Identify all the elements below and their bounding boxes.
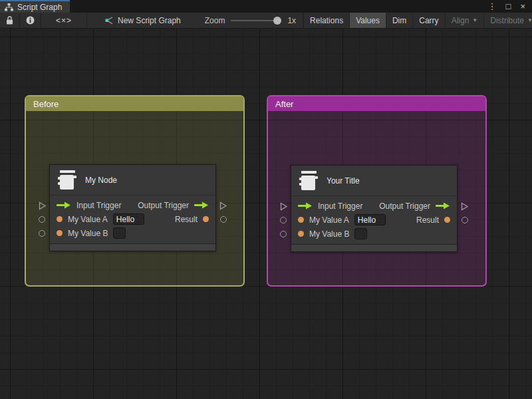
node-title: Your Title — [327, 176, 360, 186]
value-port-icon[interactable] — [298, 217, 304, 223]
value-input-port-b[interactable] — [39, 230, 45, 237]
value-b-input[interactable] — [113, 227, 126, 239]
trigger-input-port[interactable] — [279, 202, 288, 211]
trigger-out-icon[interactable] — [194, 201, 209, 209]
node-title: My Node — [85, 176, 117, 185]
graph-hierarchy-icon — [5, 3, 13, 11]
port-label: Output Trigger — [138, 201, 189, 210]
node-your-title[interactable]: Your Title Input Trigger Output Trigger — [291, 165, 458, 252]
value-input-port-b[interactable] — [280, 231, 287, 237]
zoom-value: 1x — [287, 16, 296, 25]
align-dropdown[interactable]: Align ▼ — [445, 13, 484, 28]
zoom-slider-handle[interactable] — [273, 17, 281, 25]
toolbar-right-group: Relations Values Dim Carry Align ▼ Distr… — [303, 13, 532, 28]
trigger-output-port[interactable] — [460, 202, 469, 211]
node-body: Input Trigger Output Trigger My Value A — [50, 196, 215, 243]
node-footer — [291, 244, 457, 251]
node-my-node[interactable]: My Node Input Trigger Output Trigger — [49, 164, 216, 251]
port-label: My Value A — [309, 215, 349, 225]
group-label: After — [275, 99, 293, 109]
port-label: My Value B — [309, 229, 349, 239]
maximize-icon[interactable]: □ — [506, 2, 511, 11]
trigger-in-icon[interactable] — [57, 201, 71, 209]
value-a-input[interactable] — [354, 214, 386, 225]
node-header[interactable]: My Node — [50, 165, 215, 196]
value-output-port-result[interactable] — [462, 217, 468, 223]
group-label: Before — [33, 99, 59, 109]
port-row-trigger: Input Trigger Output Trigger — [50, 198, 215, 212]
tab-title: Script Graph — [17, 3, 62, 12]
value-b-input[interactable] — [354, 228, 367, 239]
code-view-button[interactable]: <×> — [41, 13, 87, 28]
tabbar-spacer — [70, 0, 481, 13]
port-label: My Value B — [68, 229, 108, 238]
group-before-header[interactable]: Before — [26, 96, 243, 111]
value-output-port-result[interactable] — [220, 216, 227, 223]
node-footer — [50, 243, 215, 251]
value-port-icon[interactable] — [298, 231, 304, 237]
port-row-value-b: My Value B — [50, 226, 215, 240]
script-graph-window: Script Graph ⋮ □ × <×> — [0, 0, 532, 399]
chevron-down-icon: ▼ — [527, 17, 532, 23]
port-label: My Value A — [68, 215, 108, 224]
port-label: Result — [175, 215, 198, 224]
port-row-value-b: My Value B — [291, 227, 457, 241]
node-header[interactable]: Your Title — [291, 166, 457, 196]
port-label: Input Trigger — [76, 201, 121, 210]
script-unit-icon — [59, 170, 76, 190]
value-port-icon[interactable] — [57, 230, 63, 236]
code-icon: <×> — [56, 16, 72, 25]
port-row-value-a: My Value A Result — [291, 213, 457, 227]
distribute-dropdown[interactable]: Distribute ▼ — [483, 13, 532, 28]
carry-button[interactable]: Carry — [412, 13, 444, 28]
close-icon[interactable]: × — [520, 2, 525, 11]
value-port-icon[interactable] — [203, 216, 209, 222]
trigger-output-port[interactable] — [219, 201, 227, 210]
zoom-control: Zoom 1x — [198, 13, 303, 28]
value-input-port-a[interactable] — [39, 216, 45, 223]
port-row-value-a: My Value A Result — [50, 212, 215, 226]
kebab-menu-icon[interactable]: ⋮ — [488, 2, 497, 11]
script-unit-icon — [300, 171, 318, 190]
lock-button[interactable] — [0, 13, 20, 28]
values-button[interactable]: Values — [349, 13, 386, 28]
port-label: Input Trigger — [318, 201, 362, 211]
script-graph-asset-icon — [104, 16, 114, 25]
trigger-input-port[interactable] — [38, 201, 47, 210]
lock-icon — [6, 16, 13, 25]
node-body: Input Trigger Output Trigger My Value A — [291, 196, 457, 244]
trigger-in-icon[interactable] — [298, 202, 313, 209]
zoom-slider[interactable] — [231, 16, 281, 25]
value-port-icon[interactable] — [57, 216, 63, 222]
graph-name-display[interactable]: New Script Graph — [96, 13, 189, 28]
tab-script-graph[interactable]: Script Graph — [0, 0, 70, 13]
window-controls: ⋮ □ × — [481, 0, 532, 13]
trigger-out-icon[interactable] — [436, 202, 450, 209]
graph-canvas[interactable]: Before After My Node — [0, 29, 532, 399]
port-row-trigger: Input Trigger Output Trigger — [291, 199, 457, 213]
group-after-header[interactable]: After — [268, 96, 485, 111]
tab-bar: Script Graph ⋮ □ × — [0, 0, 532, 13]
port-label: Output Trigger — [379, 201, 430, 211]
port-label: Result — [416, 215, 439, 225]
graph-toolbar: <×> New Script Graph Zoom 1x Relations V… — [0, 13, 532, 29]
value-port-icon[interactable] — [444, 217, 450, 223]
value-input-port-a[interactable] — [280, 217, 287, 223]
value-a-input[interactable] — [113, 213, 144, 225]
info-button[interactable] — [20, 13, 41, 28]
dim-button[interactable]: Dim — [386, 13, 412, 28]
zoom-label: Zoom — [205, 16, 225, 25]
relations-button[interactable]: Relations — [303, 13, 349, 28]
info-icon — [26, 16, 35, 25]
graph-name-label: New Script Graph — [118, 16, 181, 25]
chevron-down-icon: ▼ — [472, 17, 477, 23]
